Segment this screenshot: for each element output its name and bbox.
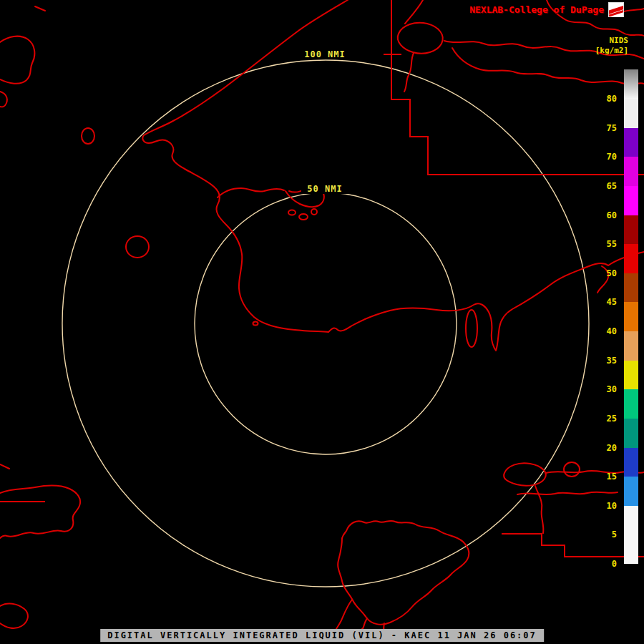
legend-color-segment-65-70 xyxy=(624,157,638,186)
legend-tick-70: 70 xyxy=(594,151,617,162)
legend-color-segment-10-15 xyxy=(624,477,638,506)
island-circle-se xyxy=(564,462,580,477)
legend-color-segment-80-85 xyxy=(624,69,638,99)
legend-tick-60: 60 xyxy=(594,210,617,221)
island-circle-nw xyxy=(82,128,94,144)
coastline-left-dash xyxy=(0,464,9,469)
legend-color-segment-50-55 xyxy=(624,244,638,273)
legend-color-segment-20-25 xyxy=(624,419,638,448)
legend-tick-20: 20 xyxy=(594,442,617,454)
legend-units: [kg/m2] xyxy=(595,46,628,55)
island-topright xyxy=(398,23,443,54)
radar-map: 100 NMI 50 NMI xyxy=(0,0,644,644)
legend-tick-35: 35 xyxy=(594,355,617,366)
coastline-se-strand xyxy=(535,486,543,533)
island-nw-lobe xyxy=(0,92,7,107)
legend-tick-25: 25 xyxy=(594,413,617,424)
range-ring-100nmi xyxy=(62,60,589,587)
legend-tick-45: 45 xyxy=(594,296,617,308)
coastline-sw-corner xyxy=(0,604,28,628)
legend-color-segment-15-20 xyxy=(624,448,638,477)
island-bay-1 xyxy=(288,210,296,215)
legend-tick-55: 55 xyxy=(594,238,617,250)
coastline-topright-descender xyxy=(405,0,423,24)
island-se xyxy=(504,463,546,486)
legend-tick-30: 30 xyxy=(594,384,617,395)
island-inlet xyxy=(466,310,477,347)
legend-tick-0: 0 xyxy=(594,558,617,570)
coastline-top-dash xyxy=(35,6,45,11)
island-bay-2 xyxy=(299,214,308,220)
legend-tick-15: 15 xyxy=(594,471,617,482)
ring-label-100nmi: 100 NMI xyxy=(304,49,346,59)
legend-color-segment-30-35 xyxy=(624,361,638,390)
legend-tick-10: 10 xyxy=(594,500,617,512)
legend-title: NIDS xyxy=(610,36,629,45)
island-sw xyxy=(0,486,80,538)
nexlab-logo-icon xyxy=(608,2,624,17)
legend-color-segment-35-40 xyxy=(624,331,638,361)
legend-color-segment-0-10 xyxy=(624,506,638,564)
coastline-topright-corner xyxy=(622,9,644,12)
legend-tick-40: 40 xyxy=(594,326,617,337)
legend-color-segment-40-45 xyxy=(624,302,638,331)
coastline-bay-shore xyxy=(218,188,284,197)
legend-color-segment-75-80 xyxy=(624,99,638,128)
legend-color-segment-25-30 xyxy=(624,389,638,419)
product-caption: DIGITAL VERTICALLY INTEGRATED LIQUID (VI… xyxy=(100,629,544,642)
legend-tick-5: 5 xyxy=(594,529,617,540)
legend-tick-65: 65 xyxy=(594,180,617,192)
legend-color-segment-45-50 xyxy=(624,273,638,303)
coastline-se-2 xyxy=(517,492,618,495)
island-nw xyxy=(0,36,34,84)
radar-display: 100 NMI 50 NMI NEXLAB-College of DuPage … xyxy=(0,0,644,644)
legend-tick-50: 50 xyxy=(594,268,617,279)
landmass-south-tail-2 xyxy=(362,618,367,629)
landmass-south xyxy=(338,521,469,625)
legend-tick-80: 80 xyxy=(594,93,617,104)
legend-color-segment-70-75 xyxy=(624,128,638,157)
zone-border-ne xyxy=(391,0,644,175)
range-ring-50nmi xyxy=(195,192,457,454)
coastlines xyxy=(0,0,644,633)
island-dot-south xyxy=(253,322,258,326)
ring-label-50nmi: 50 NMI xyxy=(307,184,342,194)
landmass-south-tail-3 xyxy=(336,600,352,629)
brand-title: NEXLAB-College of DuPage xyxy=(469,4,604,15)
island-bay-3 xyxy=(311,209,317,215)
legend-tick-75: 75 xyxy=(594,122,617,134)
zone-border-se xyxy=(502,534,644,557)
legend-color-segment-55-60 xyxy=(624,215,638,245)
legend-color-segment-60-65 xyxy=(624,186,638,215)
island-circle-w xyxy=(126,236,149,258)
